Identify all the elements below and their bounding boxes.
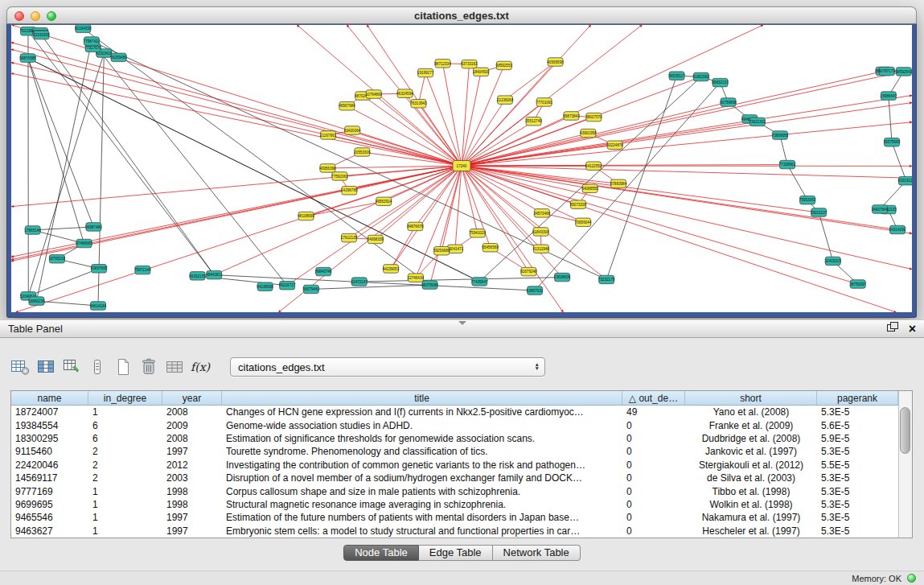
graph-node[interactable]: 48443811 <box>206 270 223 279</box>
graph-node[interactable]: 38027570 <box>585 113 602 122</box>
graph-node[interactable]: 93420064 <box>344 126 361 135</box>
graph-node[interactable]: 61843308 <box>532 228 549 237</box>
graph-node[interactable]: 64314292 <box>889 225 906 234</box>
column-header-1[interactable]: in_degree <box>88 391 162 405</box>
graph-node[interactable]: 61311948 <box>533 245 550 253</box>
graph-node[interactable]: 34573466 <box>534 209 551 218</box>
graph-node[interactable]: 57883984 <box>610 179 627 188</box>
graph-node[interactable]: 76313943 <box>410 99 427 108</box>
graph-node[interactable]: 56259480 <box>110 53 127 62</box>
column-header-5[interactable]: short <box>685 391 817 405</box>
graph-node[interactable]: 56535117 <box>668 72 685 80</box>
table-row[interactable]: 977716911998Corpus callosum shape and si… <box>11 484 898 497</box>
graph-node[interactable]: 60837665 <box>91 265 108 274</box>
graph-node[interactable]: 21167661 <box>320 131 337 140</box>
graph-node[interactable]: 89832133 <box>712 78 729 87</box>
graph-node[interactable]: 22333309 <box>33 31 50 39</box>
graph-node[interactable]: 16880236 <box>28 297 45 306</box>
graph-node[interactable]: 48108999 <box>298 212 314 220</box>
import-table-button[interactable] <box>164 356 185 378</box>
zoom-button[interactable] <box>47 11 56 21</box>
graph-node[interactable]: 97466685 <box>76 239 92 248</box>
graph-node[interactable]: 81679248 <box>520 267 537 276</box>
close-button[interactable] <box>14 11 24 21</box>
graph-node[interactable]: 75941028 <box>470 229 487 238</box>
tab-edge-table[interactable]: Edge Table <box>419 545 493 561</box>
table-row[interactable]: 969969511998Structural magnetic resonanc… <box>11 498 898 511</box>
graph-node[interactable]: 91901582 <box>693 72 710 81</box>
graph-node[interactable]: 77328962 <box>779 160 796 169</box>
close-panel-icon[interactable]: × <box>909 323 916 336</box>
graph-node[interactable]: 17865146 <box>24 226 41 235</box>
vertical-scrollbar[interactable] <box>898 391 912 538</box>
graph-node[interactable]: 84876678 <box>407 222 424 231</box>
table-row[interactable]: 1872400712008Changes of HCN gene express… <box>11 406 898 418</box>
graph-node[interactable]: 34068339 <box>368 235 384 244</box>
graph-node[interactable]: 81919139 <box>898 176 912 185</box>
column-header-4[interactable]: △ out_de… <box>622 391 685 405</box>
table-row[interactable]: 1456911722003Disruption of a novel membe… <box>11 472 898 484</box>
graph-node[interactable]: 46324594 <box>396 89 413 98</box>
table-row[interactable]: 2242004622012Investigating the contribut… <box>11 459 898 472</box>
graph-node[interactable]: 38750097 <box>849 280 866 289</box>
graph-node[interactable]: 46216717 <box>279 281 296 290</box>
graph-node[interactable]: 60759898 <box>720 98 737 106</box>
graph-node[interactable]: 77701091 <box>536 98 552 106</box>
graph-node[interactable]: 32419315 <box>825 257 842 266</box>
graph-node[interactable]: 44239053 <box>383 265 400 274</box>
column-header-0[interactable]: name <box>11 391 88 405</box>
graph-node[interactable]: 70656044 <box>575 218 592 227</box>
graph-node[interactable]: 22746434 <box>408 274 425 282</box>
column-header-6[interactable]: pagerank <box>817 391 898 405</box>
scrollbar-thumb[interactable] <box>900 407 910 454</box>
graph-node[interactable]: 63867932 <box>527 286 544 295</box>
graph-node[interactable]: 65456569 <box>482 243 499 252</box>
table-panel-header[interactable]: Table Panel × <box>0 319 924 338</box>
graph-node[interactable]: 75953063 <box>799 196 816 204</box>
show-columns-button[interactable] <box>35 356 56 378</box>
table-row[interactable]: 946554611997Estimation of the future num… <box>11 511 898 524</box>
graph-node[interactable]: 77592063 <box>331 172 348 181</box>
graph-node[interactable]: 73621301 <box>749 117 766 126</box>
graph-node[interactable]: 49563914 <box>376 197 392 206</box>
graph-node[interactable]: 98378086 <box>421 281 438 290</box>
table-row[interactable]: 1830029562008Estimation of significance … <box>11 432 898 445</box>
function-builder-button[interactable]: f(x) <box>190 356 211 378</box>
graph-node[interactable]: 88712334 <box>434 60 451 68</box>
graph-node[interactable]: 65873843 <box>563 112 580 121</box>
graph-node[interactable]: 64122552 <box>585 162 602 171</box>
graph-node[interactable]: 14296789 <box>341 187 358 196</box>
minimize-button[interactable] <box>31 11 40 21</box>
graph-node[interactable]: 59256689 <box>433 246 450 255</box>
table-row[interactable]: 911546021997Tourette syndrome. Phenomeno… <box>11 445 898 458</box>
splitter-grip-icon[interactable] <box>458 321 466 325</box>
graph-node[interactable]: 10764860 <box>366 90 383 99</box>
graph-node[interactable]: 77435847 <box>471 278 488 286</box>
graph-node[interactable]: 17912135 <box>341 233 358 242</box>
graph-node[interactable]: 20553306 <box>354 148 371 157</box>
select-rows-button[interactable] <box>87 356 108 378</box>
graph-node[interactable]: 25013237 <box>811 208 827 217</box>
table-row[interactable]: 1938455462009Genome-wide association stu… <box>11 418 898 431</box>
tab-network-table[interactable]: Network Table <box>493 545 581 561</box>
graph-node[interactable]: 15686647 <box>881 92 897 101</box>
graph-node[interactable]: 18404500 <box>473 68 490 76</box>
network-graph-canvas[interactable]: 6412255257883984640885558507333970656044… <box>11 25 912 312</box>
column-header-2[interactable]: year <box>162 391 222 405</box>
graph-node[interactable]: 22238268 <box>497 96 514 105</box>
graph-node[interactable]: 35512749 <box>525 117 542 126</box>
graph-node[interactable]: 77987422 <box>84 37 101 46</box>
window-titlebar[interactable]: citations_edges.txt <box>6 6 917 24</box>
graph-node[interactable]: 56987480 <box>85 223 102 232</box>
table-mode-button[interactable] <box>10 356 31 378</box>
graph-node[interactable]: 34907846 <box>872 205 889 214</box>
table-selector[interactable]: citations_edges.txt ▲▼ <box>230 357 545 377</box>
graph-node[interactable]: 15608606 <box>554 273 571 282</box>
graph-node[interactable]: 22472147 <box>351 278 368 286</box>
graph-node[interactable]: 46567984 <box>339 102 355 111</box>
graph-node[interactable]: 19199277 <box>417 68 434 77</box>
graph-node[interactable]: 43901958 <box>580 129 597 138</box>
tab-node-table[interactable]: Node Table <box>343 545 419 561</box>
graph-node[interactable]: 60787179 <box>879 67 896 76</box>
graph-node[interactable]: 64088555 <box>581 184 598 193</box>
